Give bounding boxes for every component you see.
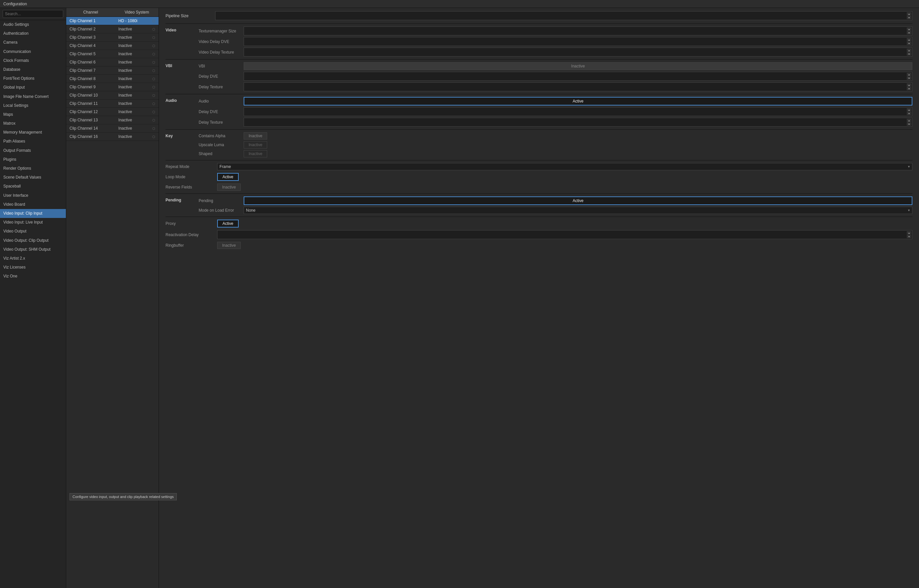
video-delay-texture-value[interactable]: 1 — [244, 49, 906, 56]
shaped-btn[interactable]: Inactive — [244, 150, 267, 157]
sidebar-item-17[interactable]: Scene Default Values — [0, 173, 66, 182]
sidebar-item-22[interactable]: Video Input: Live Input — [0, 218, 66, 227]
sidebar-item-16[interactable]: Render Options — [0, 164, 66, 173]
vbi-delay-texture-up[interactable]: ▲ — [907, 83, 911, 87]
pipeline-up[interactable]: ▲ — [907, 12, 911, 16]
channel-row[interactable]: Clip Channel 7Inactive⬡ — [66, 66, 159, 75]
vbi-delay-texture-down[interactable]: ▼ — [907, 87, 911, 90]
channel-row[interactable]: Clip Channel 10Inactive⬡ — [66, 91, 159, 100]
pipeline-down[interactable]: ▼ — [907, 16, 911, 19]
reverse-fields-btn[interactable]: Inactive — [217, 184, 241, 191]
vbi-delay-dve-down[interactable]: ▼ — [907, 76, 911, 80]
sidebar-item-24[interactable]: Video Output: Clip Output — [0, 236, 66, 245]
ringbuffer-btn[interactable]: Inactive — [217, 242, 241, 249]
sidebar-item-27[interactable]: Viz Licenses — [0, 263, 66, 272]
channel-row[interactable]: Clip Channel 1HD - 1080i⬡ — [66, 17, 159, 25]
video-delay-texture-row: Video Delay Texture 1 ▲ ▼ — [199, 48, 913, 57]
channel-video-system: Inactive⬡ — [115, 33, 159, 42]
sidebar-item-14[interactable]: Output Formats — [0, 146, 66, 155]
audio-delay-dve-down[interactable]: ▼ — [907, 112, 911, 115]
channel-row[interactable]: Clip Channel 16Inactive⬡ — [66, 132, 159, 141]
reactivation-delay-value[interactable]: 6 — [217, 231, 906, 238]
vbi-toggle-btn[interactable]: Inactive — [244, 62, 913, 70]
audio-section-label: Audio — [165, 97, 199, 103]
channel-row[interactable]: Clip Channel 8Inactive⬡ — [66, 75, 159, 83]
sidebar-item-4[interactable]: Clock Formats — [0, 56, 66, 65]
channel-name: Clip Channel 10 — [66, 91, 115, 100]
loop-mode-btn[interactable]: Active — [217, 173, 239, 181]
sidebar-item-15[interactable]: Plugins — [0, 155, 66, 164]
sidebar-item-19[interactable]: User Interface — [0, 191, 66, 200]
vbi-delay-texture-value[interactable]: 1 — [244, 84, 906, 90]
channel-row[interactable]: Clip Channel 2Inactive⬡ — [66, 25, 159, 33]
sidebar-item-10[interactable]: Maps — [0, 110, 66, 119]
channel-row[interactable]: Clip Channel 5Inactive⬡ — [66, 50, 159, 58]
sidebar-item-20[interactable]: Video Board — [0, 200, 66, 209]
sidebar-item-13[interactable]: Path Aliases — [0, 137, 66, 146]
pipeline-value[interactable]: 20 — [216, 13, 906, 19]
sidebar-item-23[interactable]: Video Output — [0, 227, 66, 236]
sidebar-item-25[interactable]: Video Output: SHM Output — [0, 245, 66, 254]
sidebar-item-6[interactable]: Font/Text Options — [0, 74, 66, 83]
pending-btn[interactable]: Active — [244, 196, 913, 205]
reactivation-delay-arrows: ▲ ▼ — [906, 231, 912, 239]
channel-row[interactable]: Clip Channel 12Inactive⬡ — [66, 108, 159, 116]
proxy-btn[interactable]: Active — [217, 220, 239, 228]
reactivation-delay-down[interactable]: ▼ — [907, 235, 911, 238]
channel-video-system: Inactive⬡ — [115, 132, 159, 141]
sidebar-item-0[interactable]: Audio Settings — [0, 20, 66, 29]
channel-row[interactable]: Clip Channel 6Inactive⬡ — [66, 58, 159, 66]
sidebar-item-1[interactable]: Authentication — [0, 29, 66, 38]
search-input[interactable] — [3, 10, 63, 18]
reactivation-delay-up[interactable]: ▲ — [907, 231, 911, 234]
channel-header: Channel — [66, 8, 115, 17]
sidebar-item-11[interactable]: Matrox — [0, 119, 66, 128]
sidebar-item-2[interactable]: Camera — [0, 38, 66, 47]
channel-row[interactable]: Clip Channel 9Inactive⬡ — [66, 83, 159, 91]
upscale-luma-btn[interactable]: Inactive — [244, 141, 267, 149]
video-delay-dve-value[interactable]: 1 — [244, 38, 906, 45]
audio-delay-texture-down[interactable]: ▼ — [907, 122, 911, 126]
texturemanager-value[interactable]: 3 — [244, 28, 906, 34]
sidebar-item-18[interactable]: Spaceball — [0, 182, 66, 191]
sidebar-item-9[interactable]: Local Settings — [0, 101, 66, 110]
channel-row[interactable]: Clip Channel 11Inactive⬡ — [66, 100, 159, 108]
channel-name: Clip Channel 9 — [66, 83, 115, 91]
sidebar-item-12[interactable]: Memory Management — [0, 128, 66, 137]
audio-delay-texture-value[interactable]: 1 — [244, 119, 906, 126]
audio-toggle-btn[interactable]: Active — [244, 97, 913, 105]
channel-row[interactable]: Clip Channel 3Inactive⬡ — [66, 33, 159, 42]
mode-on-load-error-select[interactable]: None Hold Black — [244, 207, 913, 214]
video-fields: Texturemanager Size 3 ▲ ▼ Video Delay DV… — [199, 26, 913, 57]
sidebar-item-5[interactable]: Database — [0, 65, 66, 74]
key-section-label: Key — [165, 132, 199, 138]
video-delay-dve-up[interactable]: ▲ — [907, 38, 911, 41]
channel-row[interactable]: Clip Channel 13Inactive⬡ — [66, 116, 159, 124]
texturemanager-down[interactable]: ▼ — [907, 31, 911, 34]
pending-label: Pending — [199, 199, 242, 203]
repeat-mode-select[interactable]: Frame Field None — [217, 163, 913, 170]
channel-name: Clip Channel 7 — [66, 66, 115, 75]
sidebar-item-3[interactable]: Communication — [0, 47, 66, 56]
sidebar-item-28[interactable]: Viz One — [0, 272, 66, 281]
video-delay-texture-down[interactable]: ▼ — [907, 52, 911, 56]
audio-delay-dve-up[interactable]: ▲ — [907, 108, 911, 111]
sidebar-item-8[interactable]: Image File Name Convert — [0, 92, 66, 101]
audio-delay-dve-value[interactable]: 0 — [244, 108, 906, 115]
channel-row[interactable]: Clip Channel 14Inactive⬡ — [66, 124, 159, 132]
video-delay-texture-up[interactable]: ▲ — [907, 48, 911, 52]
sidebar-item-7[interactable]: Global Input — [0, 83, 66, 92]
audio-delay-texture-up[interactable]: ▲ — [907, 119, 911, 122]
contains-alpha-btn[interactable]: Inactive — [244, 132, 267, 140]
sidebar-item-21[interactable]: Video Input: Clip Input — [0, 209, 66, 218]
video-delay-dve-down[interactable]: ▼ — [907, 42, 911, 45]
proxy-label: Proxy — [165, 221, 215, 226]
vbi-delay-dve-up[interactable]: ▲ — [907, 73, 911, 76]
title-label: Configuration — [3, 2, 27, 6]
vbi-delay-dve-value[interactable]: 0 — [244, 73, 906, 80]
pipeline-label: Pipeline Size — [165, 14, 215, 18]
channel-name: Clip Channel 4 — [66, 42, 115, 50]
texturemanager-up[interactable]: ▲ — [907, 27, 911, 31]
sidebar-item-26[interactable]: Viz Artist 2.x — [0, 254, 66, 263]
channel-row[interactable]: Clip Channel 4Inactive⬡ — [66, 42, 159, 50]
